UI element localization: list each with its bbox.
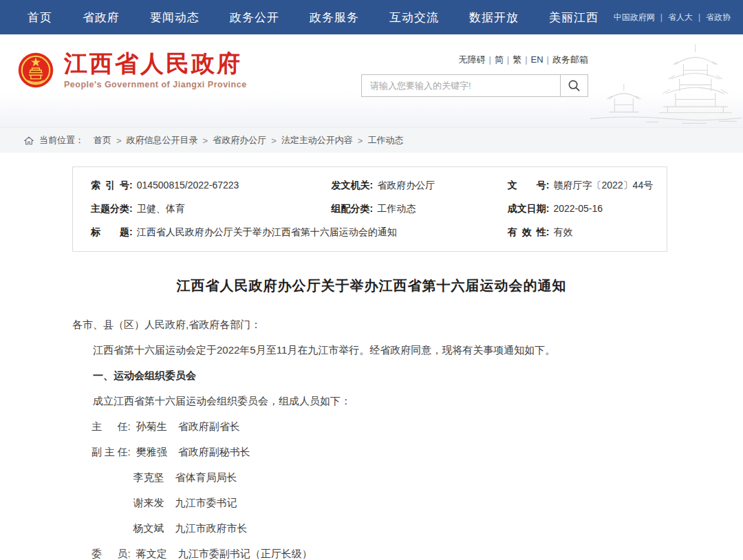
- breadcrumb-item-statutory-disclosure[interactable]: 法定主动公开内容: [281, 134, 353, 147]
- meta-field-title: 标题:江西省人民政府办公厅关于举办江西省第十六届运动会的通知: [73, 221, 490, 244]
- committee-member-title: 省体育局局长: [175, 471, 237, 483]
- section-intro: 成立江西省第十六届运动会组织委员会，组成人员如下：: [72, 394, 667, 409]
- colon: :: [128, 446, 131, 457]
- meta-label: 文号: [508, 180, 546, 192]
- separator: >: [271, 136, 277, 146]
- utility-link-english[interactable]: EN: [531, 54, 543, 65]
- nav-item-provincial-government[interactable]: 省政府: [83, 10, 120, 25]
- committee-row: 李克坚省体育局局长: [72, 470, 667, 485]
- meta-field-validity: 有效性:有效: [490, 221, 667, 244]
- committee-member-name: 杨文斌: [133, 522, 164, 534]
- meta-label: 发文机关: [332, 180, 370, 192]
- meta-field-document-number: 文号:赣府厅字〔2022〕44号: [490, 174, 667, 197]
- utility-link-traditional[interactable]: 繁: [513, 54, 521, 65]
- search-button[interactable]: [560, 75, 588, 96]
- meta-label: 有效性: [508, 226, 546, 239]
- meta-value: 省政府办公厅: [377, 180, 435, 191]
- meta-label: 成文日期: [508, 203, 546, 215]
- brand-text: 江西省人民政府 People's Government of Jiangxi P…: [64, 51, 247, 89]
- utility-links: 无障碍|简|繁|EN|政务邮箱: [361, 54, 588, 66]
- committee-member-title: 九江市委书记: [175, 497, 237, 508]
- committee-member-name: 孙菊生: [136, 420, 167, 432]
- colon: :: [546, 226, 550, 237]
- breadcrumb-item-home[interactable]: 首页: [94, 134, 111, 147]
- committee-row: 副主任:樊雅强省政府副秘书长: [72, 444, 667, 460]
- meta-field-written-date: 成文日期:2022-05-16: [490, 197, 667, 221]
- nav-item-home[interactable]: 首页: [28, 10, 52, 25]
- committee-row: 谢来发九江市委书记: [72, 495, 667, 510]
- utility-link-accessibility[interactable]: 无障碍: [458, 54, 485, 65]
- utility-link-gov-mailbox[interactable]: 政务邮箱: [552, 54, 588, 65]
- document-body: 各市、县（区）人民政府,省政府各部门： 江西省第十六届运动会定于2022年5月至…: [72, 317, 667, 560]
- breadcrumb-item-general-office[interactable]: 省政府办公厅: [213, 134, 266, 147]
- meta-label: 标题: [91, 226, 129, 239]
- nav-item-news[interactable]: 要闻动态: [150, 10, 200, 25]
- breadcrumb-item-work-updates[interactable]: 工作动态: [367, 134, 403, 147]
- meta-field-group-category: 组配分类:工作动态: [314, 197, 490, 221]
- utility-link-simplified[interactable]: 简: [495, 54, 504, 65]
- colon: :: [370, 180, 374, 191]
- committee-member-name: 李克坚: [133, 471, 164, 483]
- salutation: 各市、县（区）人民政府,省政府各部门：: [72, 317, 667, 332]
- colon: :: [128, 420, 131, 432]
- colon: :: [129, 180, 133, 191]
- separator: >: [358, 136, 363, 146]
- nav-items: 首页 省政府 要闻动态 政务公开 政务服务 互动交流 数据开放 美丽江西: [28, 10, 599, 25]
- meta-value: 2022-05-16: [553, 203, 603, 214]
- separator: |: [525, 54, 527, 65]
- nav-item-gov-disclosure[interactable]: 政务公开: [230, 10, 279, 25]
- meta-value: 赣府厅字〔2022〕44号: [553, 180, 653, 191]
- quick-link-china-gov[interactable]: 中国政府网: [614, 12, 655, 23]
- nav-item-beautiful-jiangxi[interactable]: 美丽江西: [549, 10, 599, 25]
- committee-row: 主任:孙菊生省政府副省长: [72, 419, 667, 434]
- main-content: 索引号:014500815/2022-67223 发文机关:省政府办公厅 文号:…: [0, 166, 743, 560]
- document-meta-card: 索引号:014500815/2022-67223 发文机关:省政府办公厅 文号:…: [72, 166, 667, 252]
- breadcrumb: 当前位置： 首页 > 政府信息公开目录 > 省政府办公厅 > 法定主动公开内容 …: [0, 127, 743, 153]
- meta-field-topic-category: 主题分类:卫健、体育: [73, 197, 314, 221]
- section-heading: 一、运动会组织委员会: [72, 368, 667, 383]
- breadcrumb-item-disclosure-catalog[interactable]: 政府信息公开目录: [127, 134, 198, 147]
- quick-links: 中国政府网 | 省人大 | 省政协: [614, 12, 731, 23]
- separator: >: [116, 136, 122, 146]
- separator: >: [203, 136, 208, 146]
- committee-member-name: 蒋文定: [136, 548, 167, 559]
- document-title: 江西省人民政府办公厅关于举办江西省第十六届运动会的通知: [72, 277, 671, 295]
- committee-member-name: 樊雅强: [136, 446, 167, 457]
- colon: :: [128, 548, 131, 559]
- committee-role: 副主任: [91, 444, 128, 460]
- separator: |: [488, 54, 491, 65]
- site-brand[interactable]: 江西省人民政府 People's Government of Jiangxi P…: [17, 51, 247, 89]
- meta-value: 卫健、体育: [137, 203, 185, 214]
- separator: |: [547, 54, 549, 65]
- committee-member-name: 谢来发: [133, 497, 164, 508]
- site-title-en: People's Government of Jiangxi Province: [64, 80, 247, 89]
- nav-item-gov-services[interactable]: 政务服务: [310, 10, 359, 25]
- search-icon: [568, 79, 581, 92]
- committee-row: 杨文斌九江市政府市长: [72, 521, 667, 536]
- committee-role: 委员: [91, 546, 128, 560]
- committee-row: 委员:蒋文定九江市委副书记（正厅长级）: [72, 546, 667, 560]
- meta-field-index-number: 索引号:014500815/2022-67223: [73, 174, 314, 197]
- quick-link-provincial-peoples-congress[interactable]: 省人大: [668, 12, 693, 23]
- colon: :: [546, 203, 550, 214]
- committee-member-title: 九江市政府市长: [175, 522, 248, 534]
- site-header: 江西省人民政府 People's Government of Jiangxi P…: [0, 34, 743, 127]
- committee-member-title: 省政府副省长: [178, 420, 240, 432]
- nav-item-open-data[interactable]: 数据开放: [469, 10, 519, 25]
- meta-label: 主题分类: [91, 203, 129, 215]
- intro-paragraph: 江西省第十六届运动会定于2022年5月至11月在九江市举行。经省政府同意，现将有…: [72, 343, 667, 358]
- colon: :: [129, 226, 133, 237]
- nav-item-interaction[interactable]: 互动交流: [389, 10, 439, 25]
- national-emblem-logo: [17, 52, 54, 89]
- separator: |: [698, 12, 700, 22]
- meta-value: 工作动态: [377, 203, 416, 214]
- colon: :: [129, 203, 133, 214]
- committee-member-title: 九江市委副书记（正厅长级）: [178, 548, 312, 559]
- separator: |: [507, 54, 509, 65]
- meta-value: 江西省人民政府办公厅关于举办江西省第十六届运动会的通知: [137, 226, 397, 237]
- search-input[interactable]: [362, 75, 560, 96]
- separator: |: [660, 12, 663, 22]
- quick-link-provincial-cppcc[interactable]: 省政协: [706, 12, 731, 23]
- committee-member-title: 省政府副秘书长: [178, 446, 250, 457]
- committee-role: 主任: [91, 419, 128, 434]
